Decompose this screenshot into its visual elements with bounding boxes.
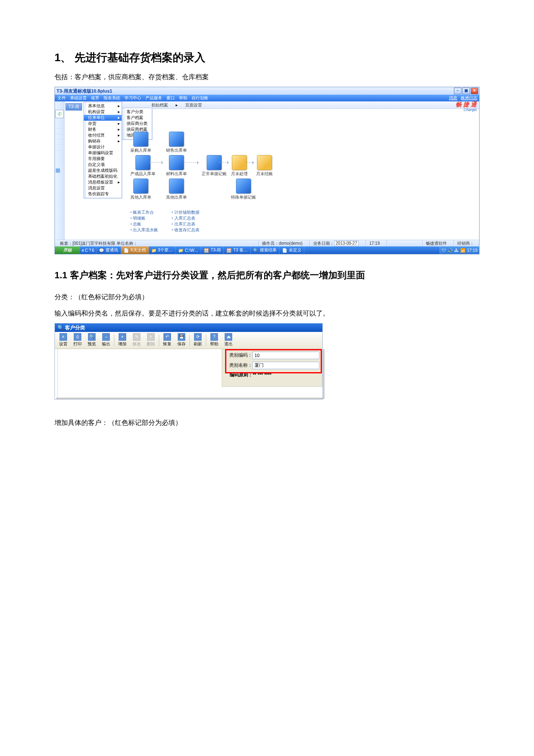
wf-month-close[interactable]: 月末结账 [256,155,273,177]
status-bar: 账套：[001]厦门至宇科技有限 单位名称： 操作员：demo(demo) 业务… [55,240,479,246]
form-panel: 类别编码： 类别名称： 编码原则：** *** **** [222,349,322,387]
tb-打印-button[interactable]: ⎙打印 [70,333,85,347]
pm1-item[interactable]: 购销存▸ [84,138,122,144]
menu-report[interactable]: 报表系统 [104,95,120,101]
dock-tab[interactable] [56,168,60,173]
link-messages[interactable]: 消息 [449,95,457,101]
sb-date[interactable]: 2013-08-27 [334,241,359,246]
doc-p1: 包括：客户档案，供应商档案、存货档案、仓库档案 [54,71,480,83]
tb-退出-button[interactable]: ⏏退出 [221,333,236,347]
menu-help[interactable]: 帮助 [179,95,187,101]
menu-file[interactable]: 文件 [57,95,66,101]
pm1-item[interactable]: 超差生成模版码 [84,168,122,173]
arrow-icon [149,162,163,163]
wf-special-post[interactable]: 特殊单据记账 [231,179,256,200]
phone-icon[interactable]: ✆ [55,110,64,118]
tb-item[interactable]: 🔍 搜索结果 [251,246,280,254]
menu-window[interactable]: 窗口 [166,95,175,101]
arrow-icon [185,162,198,163]
pm1-item[interactable]: 机构设置▸ [84,109,122,115]
dialog-main: 类别编码： 类别名称： 编码原则：** *** **** [58,349,322,399]
tb-item[interactable]: 🪟 T3-用 [201,246,224,254]
brand-logo: 畅 捷 通 Chanjet [456,101,477,112]
pm1-item[interactable]: 自定义项 [84,162,122,168]
tb-item[interactable]: 📁 C:\W… [176,246,201,254]
pm1-item[interactable]: 常用摘要 [84,156,122,162]
pm2-item[interactable]: 供应商分类 [122,121,152,127]
menu-service[interactable]: 产品服务 [145,95,162,101]
ql[interactable]: 账表工作台 [130,210,158,215]
ql[interactable]: 出入库流水账 [130,227,158,233]
link-log[interactable]: 株洲日志 [461,95,477,101]
tb-item[interactable]: 📁 3个菜… [149,246,176,254]
restore-button[interactable]: ▣ [462,88,470,94]
ql[interactable]: 入库汇总表 [171,215,199,221]
pm1-item[interactable]: 单据设计 [84,144,122,150]
tb-item[interactable]: 📄 未定义 [280,246,304,254]
wf-material-out[interactable]: 材料出库单 [166,155,187,177]
wf-month-proc[interactable]: 月末处理 [231,155,248,177]
minimize-button[interactable]: − [454,88,461,94]
tb-输出-button[interactable]: →输出 [99,333,113,347]
pm1-item-active[interactable]: 往来单位▸ [84,115,122,121]
ql-icon[interactable]: C [85,248,88,253]
ql[interactable]: 总账 [130,221,158,227]
pm2-item[interactable]: 客户档案 [122,115,152,121]
刷新-icon: ⟳ [194,333,202,341]
window-title: T3-用友通标准版10.8plus1 [57,88,112,94]
预览-icon: 🔍 [88,333,96,341]
pm2-item[interactable]: 客户分类 [122,109,152,115]
ql-icon[interactable]: e [82,248,84,253]
wf-sale-out[interactable]: 销售出库单 [166,132,187,153]
tray-icon[interactable]: 📶 [460,248,465,253]
ql[interactable]: 出库汇总表 [171,221,199,227]
tb-设置-button[interactable]: ≡设置 [56,333,70,347]
start-button[interactable]: 开始 [55,246,80,254]
tb-恢复-button[interactable]: ↶恢复 [160,333,174,347]
menu-cross[interactable]: 自行划账 [192,95,208,101]
ql[interactable]: 明细账 [130,215,158,221]
tb-修改-button: ✎修改 [130,333,144,347]
tb-item-1[interactable]: 初始档案 [151,102,168,108]
tray-icon[interactable]: 🖧 [454,248,459,253]
tb-item[interactable]: 📄 X天文档 [121,246,149,254]
tb-item[interactable]: 🪟 T3 客… [224,246,250,254]
pm1-item[interactable]: 基本信息▸ [84,103,122,109]
pm1-item[interactable]: 财务▸ [84,127,122,132]
tb-item[interactable]: 💬 普通讯 [96,246,121,254]
ql[interactable]: 收发存汇总表 [171,227,199,233]
code-rule: 编码原则：** *** **** [225,372,319,378]
tb-item-2[interactable]: 页面设置 [185,102,202,108]
tray-icon[interactable]: 🛡 [442,248,446,253]
pm1-item[interactable]: 售价跟踪专 [84,191,122,197]
name-label: 类别名称： [225,362,252,368]
tb-帮助-button[interactable]: ?帮助 [207,333,221,347]
menu-base[interactable]: 基础设置 [70,95,87,101]
wf-purchase-in[interactable]: 采购入库单 [130,132,151,153]
menu-audit[interactable]: 核算 [91,95,99,101]
wf-product-in[interactable]: 产成品入库单 [130,155,156,177]
pm1-item[interactable]: 基础档案初始化 [84,173,122,179]
pm1-item[interactable]: 收付结算▸ [84,132,122,138]
tb-刷新-button[interactable]: ⟳刷新 [191,333,205,347]
ql-icon[interactable]: ? [89,248,91,253]
pm1-item[interactable]: 消息模板设置▸ [84,179,122,185]
pm1-item[interactable]: 单据编码设置 [84,150,122,156]
tb-增加-button[interactable]: +增加 [115,333,130,347]
ql-icon[interactable]: 6 [92,248,94,253]
tb-预览-button[interactable]: 🔍预览 [85,333,99,347]
pm1-item[interactable]: 消息设置 [84,185,122,191]
menu-learn[interactable]: 学习中心 [124,95,141,101]
wf-normal-post[interactable]: 正常单据记账 [202,155,227,177]
wf-other-out[interactable]: 其他出库单 [166,179,187,200]
close-button[interactable]: ✕ [471,88,478,94]
tb-保存-button[interactable]: 💾保存 [174,333,189,347]
tray-time: 17:19 [467,248,477,253]
code-input[interactable] [252,352,319,359]
name-input[interactable] [252,362,319,369]
pm1-item[interactable]: 存货▸ [84,121,122,127]
doc-p3: 输入编码和分类名，然后保存。要是不进行分类的话，建立帐套的时候选择不分类就可以了… [54,307,480,320]
tray-icon[interactable]: 🔊 [448,248,453,253]
ql[interactable]: 计价辅助数据 [171,210,199,215]
wf-other-in[interactable]: 其他入库单 [130,179,151,200]
